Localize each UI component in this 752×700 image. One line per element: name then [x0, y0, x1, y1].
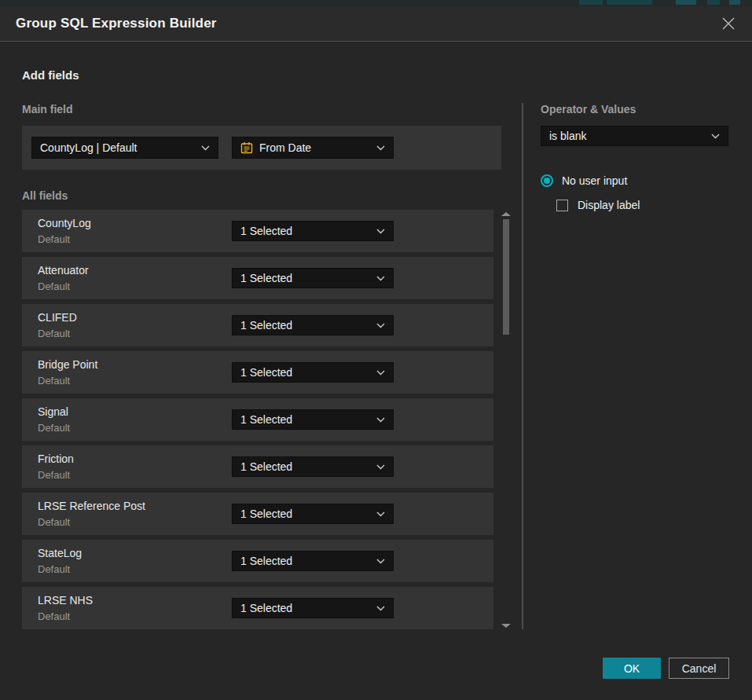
background-fragment: [579, 0, 603, 5]
chevron-down-icon: [376, 370, 385, 376]
chevron-down-icon: [376, 606, 385, 611]
main-field-label: Main field: [22, 103, 522, 115]
layer-select[interactable]: CountyLog | Default: [31, 137, 218, 159]
chevron-down-icon: [711, 134, 720, 139]
display-label-label: Display label: [578, 199, 640, 211]
dialog-footer: OK Cancel: [603, 658, 729, 679]
field-selection-select[interactable]: 1 Selected: [232, 504, 394, 524]
chevron-down-icon: [376, 276, 385, 281]
field-selection-select[interactable]: 1 Selected: [232, 268, 394, 288]
field-row: Signal Default 1 Selected: [22, 398, 493, 441]
all-fields-list: CountyLog Default 1 Selected Attenuator …: [22, 210, 493, 629]
chevron-down-icon: [201, 145, 210, 151]
field-selection-value: 1 Selected: [240, 555, 372, 567]
chevron-down-icon: [376, 511, 385, 517]
operator-select-value: is blank: [549, 130, 706, 142]
field-selection-value: 1 Selected: [240, 413, 372, 426]
field-selection-select[interactable]: 1 Selected: [232, 456, 394, 477]
no-user-input-label: No user input: [562, 174, 627, 187]
operator-select[interactable]: is blank: [541, 126, 728, 146]
screen: Group SQL Expression Builder Add fields …: [0, 0, 752, 700]
field-row: Friction Default 1 Selected: [22, 445, 493, 488]
field-selection-value: 1 Selected: [240, 225, 372, 237]
all-fields-label: All fields: [22, 189, 522, 202]
close-button[interactable]: [717, 13, 739, 35]
field-selection-value: 1 Selected: [240, 602, 372, 614]
radio-selected-icon: [541, 174, 553, 187]
field-selection-select[interactable]: 1 Selected: [232, 362, 394, 383]
builder-columns: Main field CountyLog | Default: [22, 103, 752, 629]
field-row: CLIFED Default 1 Selected: [22, 304, 493, 346]
field-row: LRSE NHS Default 1 Selected: [22, 587, 493, 629]
chevron-down-icon: [376, 464, 385, 470]
layer-select-value: CountyLog | Default: [40, 141, 196, 154]
dialog-title: Group SQL Expression Builder: [16, 16, 217, 31]
dialog-body: Add fields Main field CountyLog | Defaul…: [0, 42, 752, 700]
chevron-down-icon: [376, 229, 385, 234]
sql-expression-builder-dialog: Group SQL Expression Builder Add fields …: [0, 6, 752, 700]
chevron-down-icon: [376, 559, 385, 564]
calendar-icon: [240, 141, 253, 154]
background-fragment: [607, 0, 652, 5]
chevron-down-icon: [376, 145, 385, 151]
background-app-strip: [0, 0, 752, 6]
main-field-select-value: From Date: [259, 141, 365, 154]
field-row: Attenuator Default 1 Selected: [22, 257, 493, 299]
field-row: LRSE Reference Post Default 1 Selected: [22, 493, 493, 535]
background-fragment: [729, 0, 740, 5]
all-fields-list-wrap: CountyLog Default 1 Selected Attenuator …: [22, 210, 522, 629]
scroll-up-arrow-icon[interactable]: [501, 212, 511, 216]
field-selection-value: 1 Selected: [240, 508, 372, 520]
chevron-down-icon: [376, 417, 385, 423]
checkbox-unchecked-icon: [556, 200, 568, 211]
background-fragment: [707, 0, 720, 5]
no-user-input-option[interactable]: No user input: [541, 174, 728, 187]
field-row: Bridge Point Default 1 Selected: [22, 351, 493, 394]
field-selection-value: 1 Selected: [240, 460, 372, 473]
scroll-down-arrow-icon[interactable]: [501, 624, 511, 628]
field-row: CountyLog Default 1 Selected: [22, 210, 493, 252]
field-selection-select[interactable]: 1 Selected: [232, 598, 394, 618]
field-row: StateLog Default 1 Selected: [22, 540, 493, 582]
close-icon: [721, 16, 735, 31]
main-field-panel: CountyLog | Default: [22, 126, 501, 170]
field-selection-value: 1 Selected: [240, 366, 372, 379]
main-field-select[interactable]: From Date: [232, 137, 394, 159]
background-fragment: [676, 0, 696, 5]
field-selection-select[interactable]: 1 Selected: [232, 409, 394, 430]
scrollbar-thumb[interactable]: [503, 219, 509, 335]
fields-column: Main field CountyLog | Default: [22, 103, 522, 629]
display-label-option[interactable]: Display label: [556, 199, 728, 211]
field-selection-select[interactable]: 1 Selected: [232, 221, 394, 241]
field-selection-select[interactable]: 1 Selected: [232, 315, 394, 335]
cancel-button[interactable]: Cancel: [669, 658, 729, 679]
field-selection-value: 1 Selected: [240, 272, 372, 284]
add-fields-heading: Add fields: [22, 68, 752, 82]
dialog-titlebar: Group SQL Expression Builder: [0, 6, 752, 42]
chevron-down-icon: [376, 323, 385, 328]
scrollbar[interactable]: [493, 210, 522, 629]
field-selection-select[interactable]: 1 Selected: [232, 551, 394, 571]
field-selection-value: 1 Selected: [240, 319, 372, 332]
operator-values-label: Operator & Values: [541, 103, 728, 115]
ok-button[interactable]: OK: [603, 658, 661, 679]
operator-column: Operator & Values is blank No user input: [522, 103, 752, 629]
